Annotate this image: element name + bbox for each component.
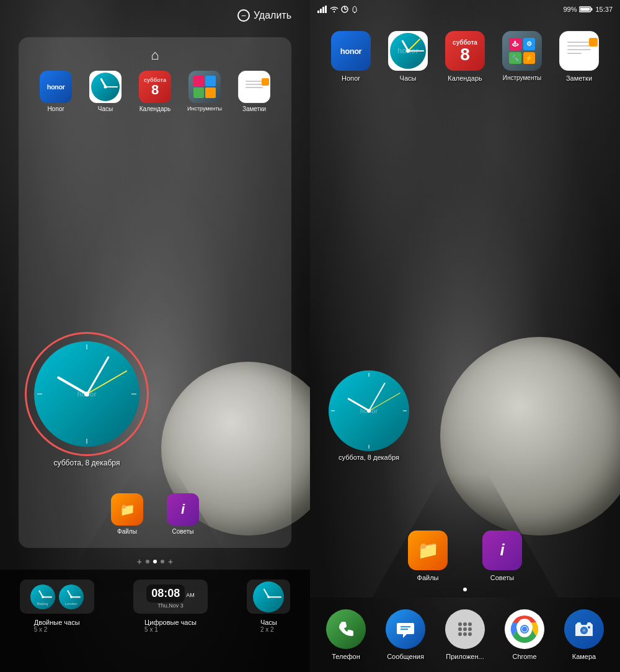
clock-label: Часы xyxy=(98,105,113,113)
svg-point-14 xyxy=(463,622,467,626)
apps-grid-svg xyxy=(455,619,475,639)
dock-phone[interactable]: Телефон xyxy=(326,609,366,660)
minus-circle-icon: − xyxy=(237,9,250,22)
clock-face-left: honor xyxy=(34,341,140,447)
clock-label-right: Часы xyxy=(400,74,417,83)
tips-icon-right: i xyxy=(482,531,522,570)
widget-double-clock[interactable]: Beijing London Двойные часы 5 x 2 xyxy=(20,580,94,633)
clock-ring: honor xyxy=(25,332,149,456)
files-icon-panel: 📁 xyxy=(111,493,143,526)
widget-selector: Beijing London Двойные часы 5 x 2 xyxy=(0,570,310,672)
wifi-icon xyxy=(330,6,339,13)
clock-face-right: honor xyxy=(329,370,409,451)
delete-button[interactable]: − Удалить xyxy=(237,9,291,22)
tips-app-right[interactable]: i Советы xyxy=(477,531,527,582)
dock-chrome[interactable]: Chrome xyxy=(505,609,544,660)
panel-bottom-apps: 📁 Файлы i Советы xyxy=(105,493,205,535)
chrome-svg xyxy=(509,614,540,645)
camera-dock-label: Камера xyxy=(572,653,596,660)
files-app-right[interactable]: 📁 Файлы xyxy=(403,531,453,582)
app-item-honor[interactable]: honor Honor xyxy=(34,71,78,113)
notes-label: Заметки xyxy=(242,105,266,113)
svg-point-13 xyxy=(458,622,462,626)
tools-app-right[interactable]: 🕹 ⚙ 🔧 ⚡ Инструменты xyxy=(500,31,544,83)
calendar-label: Календарь xyxy=(140,105,170,113)
mini-clock-1: Beijing xyxy=(30,585,55,609)
widget-analog-clock[interactable]: Часы 2 x 2 xyxy=(247,580,290,633)
svg-rect-0 xyxy=(317,11,319,13)
tools-icon xyxy=(188,71,221,103)
files-icon-right: 📁 xyxy=(408,531,448,570)
signal-icon xyxy=(317,6,327,13)
apps-dock-icon xyxy=(445,609,485,649)
app-item-notes[interactable]: Заметки xyxy=(232,71,276,113)
svg-rect-9 xyxy=(580,8,590,11)
analog-clock-preview xyxy=(247,580,290,614)
messages-svg xyxy=(396,619,415,639)
dock-apps[interactable]: Приложен... xyxy=(445,609,485,660)
home-icon[interactable]: ⌂ xyxy=(151,47,159,63)
dock-messages[interactable]: Сообщения xyxy=(386,609,425,660)
digital-clock-size: 5 x 1 xyxy=(144,626,197,633)
page-dot-active-right[interactable] xyxy=(463,588,467,591)
notes-app-right[interactable]: Заметки xyxy=(557,31,601,83)
messages-dock-label: Сообщения xyxy=(387,653,424,660)
chrome-dock-icon xyxy=(505,609,544,649)
tools-icon-right: 🕹 ⚙ 🔧 ⚡ xyxy=(502,31,542,71)
mini-clock-preview xyxy=(253,581,284,612)
svg-rect-3 xyxy=(325,6,327,13)
files-app-panel[interactable]: 📁 Файлы xyxy=(105,493,149,535)
digital-ampm: AM xyxy=(186,592,195,598)
apps-dock-label: Приложен... xyxy=(446,653,484,660)
add-page-right[interactable]: + xyxy=(168,557,173,567)
digital-day: Thu,Nov 3 xyxy=(157,603,184,609)
clock-date-left: суббота, 8 декабря xyxy=(25,459,149,467)
app-row-left: honor Honor Часы суббо xyxy=(29,71,281,113)
widget-digital-clock[interactable]: 08:08 AM Thu,Nov 3 Цифровые часы 5 x 1 xyxy=(133,580,208,633)
add-page-left[interactable]: + xyxy=(137,557,142,567)
phone-svg xyxy=(336,619,356,639)
bottom-dock: Телефон Сообщения xyxy=(310,598,620,672)
app-row-right-1: honor Honor honor Часы xyxy=(322,31,608,83)
calendar-app-right[interactable]: суббота 8 Календарь xyxy=(443,31,487,83)
app-item-calendar[interactable]: суббота 8 Календарь xyxy=(133,71,177,113)
svg-point-30 xyxy=(583,629,585,632)
phone-dock-label: Телефон xyxy=(332,653,360,660)
chrome-dock-label: Chrome xyxy=(512,653,536,660)
digital-clock-preview: 08:08 AM Thu,Nov 3 xyxy=(133,580,208,614)
dot-3[interactable] xyxy=(161,560,164,563)
svg-rect-2 xyxy=(322,7,324,13)
notes-icon-right xyxy=(559,31,599,71)
widget-panel: ⌂ honor Honor Часы xyxy=(19,37,291,548)
status-bar-right: 99% 15:37 xyxy=(310,0,620,19)
dock-camera[interactable]: Камера xyxy=(564,609,604,660)
home-icon-area: ⌂ xyxy=(29,47,281,63)
calendar-icon-right: суббота 8 xyxy=(445,31,485,71)
svg-point-31 xyxy=(588,626,590,629)
tips-app-panel[interactable]: i Советы xyxy=(161,493,205,535)
clock-icon-right: honor xyxy=(388,31,428,71)
honor-app-right[interactable]: honor Honor xyxy=(329,31,373,83)
delete-bar: − Удалить xyxy=(0,0,310,31)
svg-point-19 xyxy=(458,632,462,636)
battery-percent: 99% xyxy=(563,6,577,13)
digital-time-display: 08:08 xyxy=(146,585,185,603)
analog-clock-label: Часы xyxy=(260,619,277,626)
calendar-label-right: Календарь xyxy=(448,74,482,83)
dot-2-active[interactable] xyxy=(153,560,157,563)
digital-clock-label: Цифровые часы xyxy=(144,619,197,626)
app-item-tools[interactable]: Инструменты xyxy=(183,71,226,112)
dot-1[interactable] xyxy=(146,560,149,563)
clock-widget-right: honor суббота, 8 декабря xyxy=(329,370,409,461)
honor-label: Honor xyxy=(47,105,64,113)
page-dots: + + xyxy=(0,557,310,567)
clock-app-right[interactable]: honor Часы xyxy=(386,31,430,83)
clock-app-icon xyxy=(89,71,122,103)
right-panel: 99% 15:37 honor Honor honor xyxy=(310,0,620,672)
delete-label: Удалить xyxy=(254,10,291,21)
svg-point-16 xyxy=(458,627,462,631)
app-item-clock[interactable]: Часы xyxy=(84,71,127,113)
svg-point-20 xyxy=(463,632,467,636)
tools-label: Инструменты xyxy=(187,105,222,112)
signal-icons xyxy=(317,6,358,13)
